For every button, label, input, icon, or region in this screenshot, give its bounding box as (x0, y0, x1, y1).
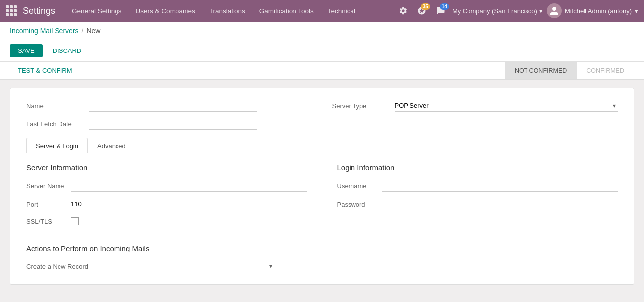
password-label: Password (337, 201, 382, 208)
server-type-select[interactable]: POP Server IMAP Server (395, 100, 618, 112)
app-brand: Settings (23, 6, 55, 16)
breadcrumb: Incoming Mail Servers / New (0, 22, 644, 40)
tab-content: Server Information Server Name Port SSL/… (26, 163, 618, 272)
ssl-tls-label: SSL/TLS (26, 218, 71, 225)
password-input[interactable] (382, 199, 618, 210)
server-type-label: Server Type (332, 102, 387, 110)
last-fetch-input[interactable] (89, 118, 257, 130)
chat-badge: 14 (440, 3, 449, 10)
username-input[interactable] (382, 180, 618, 192)
discard-button[interactable]: DISCARD (48, 44, 87, 57)
server-info-section: Server Information Server Name Port SSL/… (26, 163, 307, 232)
login-info-title: Login Information (337, 163, 618, 172)
nav-general-settings[interactable]: General Settings (65, 0, 129, 22)
activity-badge: 35 (421, 3, 430, 10)
test-confirm-button[interactable]: TEST & CONFIRM (10, 62, 80, 79)
port-input[interactable] (71, 199, 307, 210)
breadcrumb-current: New (86, 27, 100, 35)
server-info-title: Server Information (26, 163, 307, 172)
password-field: Password (337, 199, 618, 210)
tab-server-login[interactable]: Server & Login (26, 138, 88, 153)
last-fetch-field: Last Fetch Date (26, 118, 312, 130)
create-record-field: Create a New Record ▾ (26, 260, 274, 272)
incoming-actions-section: Actions to Perform on Incoming Mails Cre… (26, 244, 618, 272)
top-form-row: Name Server Type POP Server IMAP Server … (26, 100, 618, 112)
server-name-label: Server Name (26, 182, 71, 190)
name-field: Name (26, 100, 312, 112)
nav-technical[interactable]: Technical (321, 0, 362, 22)
tab-advanced[interactable]: Advanced (88, 138, 135, 153)
nav-translations[interactable]: Translations (202, 0, 252, 22)
port-field: Port (26, 199, 307, 210)
server-name-field: Server Name (26, 180, 307, 192)
company-chevron-icon: ▾ (539, 7, 543, 15)
nav-users-companies[interactable]: Users & Companies (129, 0, 202, 22)
not-confirmed-pill[interactable]: NOT CONFIRMED (505, 62, 577, 79)
last-fetch-label: Last Fetch Date (26, 120, 81, 128)
port-label: Port (26, 201, 71, 208)
main-content: Name Server Type POP Server IMAP Server … (0, 80, 644, 293)
settings-icon-btn[interactable] (396, 4, 410, 17)
activity-icon-btn[interactable]: 35 (414, 4, 429, 17)
status-bar: TEST & CONFIRM NOT CONFIRMED CONFIRMED (0, 62, 644, 80)
avatar (547, 3, 562, 18)
action-bar: SAVE DISCARD (0, 40, 644, 62)
user-chevron-icon: ▾ (635, 7, 638, 15)
last-fetch-row: Last Fetch Date (26, 118, 618, 130)
save-button[interactable]: SAVE (10, 44, 43, 57)
server-name-input[interactable] (71, 180, 307, 192)
topnav-links: General Settings Users & Companies Trans… (65, 0, 396, 22)
grid-menu-icon[interactable] (6, 5, 17, 16)
chat-icon-btn[interactable]: 14 (433, 4, 448, 17)
name-label: Name (26, 102, 81, 110)
server-type-field: Server Type POP Server IMAP Server ▾ (332, 100, 618, 112)
breadcrumb-parent[interactable]: Incoming Mail Servers (10, 27, 79, 35)
name-input[interactable] (89, 100, 257, 112)
topnav-right: 35 14 My Company (San Francisco) ▾ Mitch… (396, 3, 638, 18)
company-selector[interactable]: My Company (San Francisco) ▾ (452, 7, 543, 15)
sections-row: Server Information Server Name Port SSL/… (26, 163, 618, 232)
create-record-label: Create a New Record (26, 263, 91, 270)
incoming-actions-title: Actions to Perform on Incoming Mails (26, 244, 618, 252)
ssl-tls-field: SSL/TLS (26, 217, 307, 225)
username-label: Username (337, 182, 382, 190)
ssl-tls-checkbox[interactable] (71, 217, 79, 225)
confirmed-pill[interactable]: CONFIRMED (577, 62, 634, 79)
user-menu[interactable]: Mitchell Admin (antony) ▾ (547, 3, 638, 18)
tabs: Server & Login Advanced (26, 138, 618, 153)
nav-gamification-tools[interactable]: Gamification Tools (252, 0, 321, 22)
username-field: Username (337, 180, 618, 192)
form-card: Name Server Type POP Server IMAP Server … (10, 88, 634, 285)
breadcrumb-separator: / (82, 27, 84, 35)
login-info-section: Login Information Username Password (337, 163, 618, 232)
topnav: Settings General Settings Users & Compan… (0, 0, 644, 22)
create-record-select[interactable] (99, 260, 274, 272)
